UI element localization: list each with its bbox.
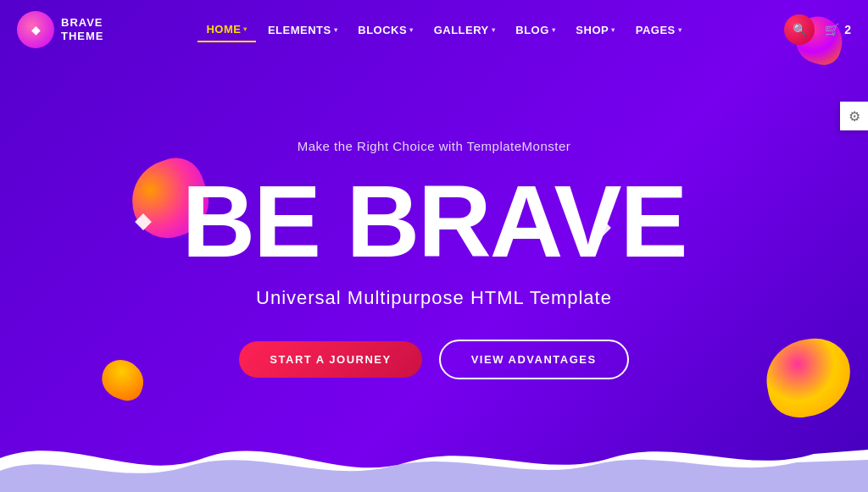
nav-item-elements[interactable]: ELEMENTS ▾ <box>259 19 346 41</box>
hero-buttons: START A JOURNEY VIEW ADVANTAGES <box>239 340 628 379</box>
nav-actions: 🔍 🛒 2 <box>784 14 851 45</box>
hero-section: BRAVE THEME HOME ▾ ELEMENTS ▾ BLOCKS ▾ G… <box>0 0 868 492</box>
start-journey-button[interactable]: START A JOURNEY <box>239 341 421 378</box>
chevron-icon: ▾ <box>492 26 496 34</box>
header: BRAVE THEME HOME ▾ ELEMENTS ▾ BLOCKS ▾ G… <box>0 0 868 59</box>
search-button[interactable]: 🔍 <box>784 14 815 45</box>
nav-item-gallery[interactable]: GALLERY ▾ <box>426 19 504 41</box>
chevron-icon: ▾ <box>552 26 556 34</box>
view-advantages-button[interactable]: VIEW ADVANTAGES <box>439 340 629 379</box>
nav-item-home[interactable]: HOME ▾ <box>198 18 256 42</box>
cart-count: 2 <box>844 23 851 36</box>
logo-text: BRAVE THEME <box>61 16 104 42</box>
blob-bottom-right <box>760 333 857 423</box>
chevron-icon: ▾ <box>678 26 682 34</box>
nav-item-shop[interactable]: SHOP ▾ <box>567 19 623 41</box>
nav-item-blocks[interactable]: BLOCKS ▾ <box>349 19 421 41</box>
diamond-left <box>135 213 152 230</box>
logo-line1: BRAVE <box>61 16 104 30</box>
hero-title: BE BRAVE <box>181 170 686 272</box>
chevron-icon: ▾ <box>334 26 338 34</box>
chevron-icon: ▾ <box>409 26 414 34</box>
hero-description: Universal Multipurpose HTML Template <box>256 287 612 309</box>
main-nav: HOME ▾ ELEMENTS ▾ BLOCKS ▾ GALLERY ▾ BLO… <box>198 18 690 42</box>
search-icon: 🔍 <box>793 23 807 36</box>
logo[interactable]: BRAVE THEME <box>17 11 104 48</box>
logo-icon <box>17 11 54 48</box>
chevron-icon: ▾ <box>611 26 615 34</box>
wave-decoration <box>0 424 868 492</box>
logo-line2: THEME <box>61 30 104 43</box>
gear-icon: ⚙ <box>849 108 860 124</box>
blob-bottom-left <box>97 355 149 405</box>
hero-subtitle: Make the Right Choice with TemplateMonst… <box>298 139 571 153</box>
cart-icon: 🛒 <box>825 23 839 36</box>
settings-panel[interactable]: ⚙ <box>840 102 868 130</box>
cart-button[interactable]: 🛒 2 <box>825 23 851 36</box>
nav-item-blog[interactable]: BLOG ▾ <box>507 19 564 41</box>
nav-item-pages[interactable]: PAGES ▾ <box>627 19 691 41</box>
chevron-icon: ▾ <box>243 25 248 33</box>
